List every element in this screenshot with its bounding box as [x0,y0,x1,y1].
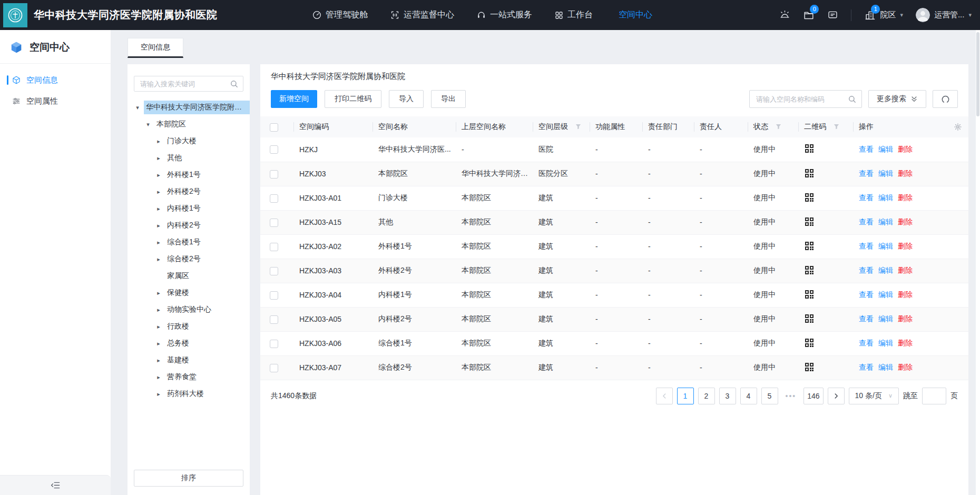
caret-right-icon[interactable]: ▸ [155,138,162,145]
caret-right-icon[interactable]: ▸ [155,290,162,296]
delete-link[interactable]: 删除 [898,217,913,226]
import-button[interactable]: 导入 [389,90,424,108]
todo-folder-icon[interactable]: 0 [803,9,815,21]
caret-right-icon[interactable]: ▸ [155,357,162,364]
nav-item-4[interactable]: 空间中心 [615,9,652,21]
nav-item-3[interactable]: 工作台 [554,9,593,21]
edit-link[interactable]: 编辑 [878,314,893,323]
row-checkbox[interactable] [270,267,278,275]
caret-right-icon[interactable]: ▸ [155,172,162,179]
export-button[interactable]: 导出 [431,90,466,108]
qr-code-icon[interactable] [804,216,815,227]
next-page-button[interactable] [828,388,845,404]
delete-link[interactable]: 删除 [898,145,913,153]
qr-code-icon[interactable] [804,241,815,251]
view-link[interactable]: 查看 [859,314,874,323]
scrollbar-track[interactable] [976,30,980,495]
view-link[interactable]: 查看 [859,339,874,347]
row-checkbox[interactable] [270,243,278,251]
caret-right-icon[interactable]: ▸ [155,239,162,246]
jump-page-input[interactable] [922,388,946,404]
view-link[interactable]: 查看 [859,145,874,153]
row-checkbox[interactable] [270,340,278,348]
view-link[interactable]: 查看 [859,169,874,177]
row-checkbox[interactable] [270,170,278,179]
sidebar-item-0[interactable]: 空间信息 [0,70,111,91]
edit-link[interactable]: 编辑 [878,242,893,250]
page-button-5[interactable]: 5 [761,388,778,404]
edit-link[interactable]: 编辑 [878,363,893,371]
edit-link[interactable]: 编辑 [878,339,893,347]
page-button-146[interactable]: 146 [803,388,823,404]
view-link[interactable]: 查看 [859,193,874,202]
tree-search-input[interactable] [139,80,230,88]
tree-node[interactable]: ▸内科楼2号 [128,217,250,234]
nav-item-0[interactable]: 管理驾驶舱 [312,9,368,21]
caret-right-icon[interactable]: ▸ [155,256,162,263]
row-checkbox[interactable] [270,291,278,300]
delete-link[interactable]: 删除 [898,363,913,371]
print-qrcode-button[interactable]: 打印二维码 [325,90,381,108]
view-link[interactable]: 查看 [859,266,874,274]
qr-code-icon[interactable] [804,289,815,300]
qr-code-icon[interactable] [804,192,815,203]
edit-link[interactable]: 编辑 [878,290,893,299]
user-menu[interactable]: 运营管... ▾ [916,8,972,22]
delete-link[interactable]: 删除 [898,169,913,177]
prev-page-button[interactable] [656,388,673,404]
tree-node[interactable]: ▸基建楼 [128,352,250,369]
page-button-2[interactable]: 2 [698,388,715,404]
edit-link[interactable]: 编辑 [878,193,893,202]
row-checkbox[interactable] [270,219,278,227]
view-link[interactable]: 查看 [859,217,874,226]
view-link[interactable]: 查看 [859,242,874,250]
scrollbar-thumb[interactable] [976,32,979,116]
row-checkbox[interactable] [270,364,278,372]
alarm-icon[interactable] [779,9,790,21]
add-space-button[interactable]: 新增空间 [271,90,317,108]
sidebar-item-1[interactable]: 空间属性 [0,91,111,112]
row-checkbox[interactable] [270,145,278,154]
more-search-button[interactable]: 更多搜索 [868,90,926,108]
tree-node[interactable]: ▸营养食堂 [128,369,250,385]
tree-node[interactable]: ▸保健楼 [128,284,250,301]
tree-node[interactable]: ▸其他 [128,150,250,166]
refresh-button[interactable] [933,90,958,108]
qr-code-icon[interactable] [804,338,815,348]
caret-down-icon[interactable]: ▾ [134,104,141,111]
search-icon[interactable] [230,80,238,88]
nav-item-2[interactable]: 一站式服务 [476,9,532,21]
tab-space-info[interactable]: 空间信息 [128,38,183,58]
edit-link[interactable]: 编辑 [878,266,893,274]
delete-link[interactable]: 删除 [898,339,913,347]
page-button-3[interactable]: 3 [719,388,736,404]
tree-node[interactable]: ▸综合楼1号 [128,234,250,251]
select-all-checkbox[interactable] [270,123,278,132]
tree-node[interactable]: ▾华中科技大学同济医学院附属协... [128,99,250,116]
qr-code-icon[interactable] [804,168,815,179]
tree-node[interactable]: ▸动物实验中心 [128,301,250,318]
caret-right-icon[interactable]: ▸ [155,155,162,162]
tree-node[interactable]: ▸外科楼1号 [128,166,250,183]
nav-item-1[interactable]: 运营监督中心 [390,9,454,21]
tree-node[interactable]: ▸药剂科大楼 [128,385,250,402]
gear-icon[interactable] [954,123,962,131]
delete-link[interactable]: 删除 [898,242,913,250]
page-size-select[interactable]: 10 条/页∨ [849,388,899,404]
qr-code-icon[interactable] [804,362,815,372]
filter-icon[interactable] [575,124,581,130]
message-icon[interactable] [827,9,838,21]
caret-right-icon[interactable]: ▸ [155,374,162,381]
delete-link[interactable]: 删除 [898,290,913,299]
caret-right-icon[interactable]: ▸ [155,306,162,313]
tree-node[interactable]: 家属区 [128,268,250,284]
delete-link[interactable]: 删除 [898,314,913,323]
caret-right-icon[interactable]: ▸ [155,340,162,347]
view-link[interactable]: 查看 [859,363,874,371]
delete-link[interactable]: 删除 [898,266,913,274]
caret-down-icon[interactable]: ▾ [144,121,152,128]
caret-right-icon[interactable]: ▸ [155,391,162,398]
qr-code-icon[interactable] [804,265,815,275]
space-search-input[interactable] [755,95,848,104]
page-button-4[interactable]: 4 [740,388,757,404]
